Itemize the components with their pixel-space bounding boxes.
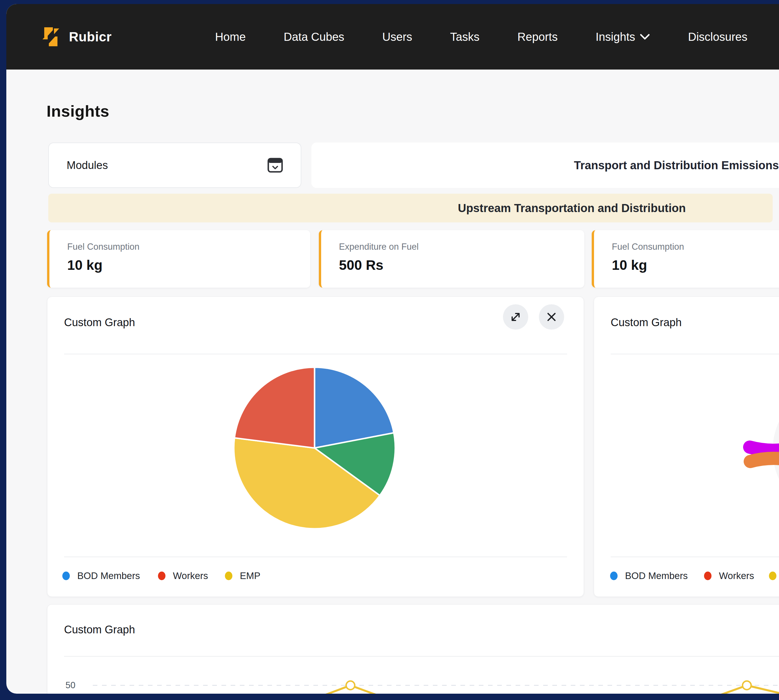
divider: [611, 557, 779, 557]
brand[interactable]: Rubicr: [40, 25, 112, 48]
stat-label: Fuel Consumption: [67, 242, 310, 252]
page-title: Insights: [47, 102, 110, 120]
close-icon: [546, 311, 557, 323]
brand-name: Rubicr: [69, 29, 112, 45]
divider: [64, 557, 567, 557]
stat-label: Expenditure on Fuel: [339, 242, 584, 252]
dropdown-box-icon: [268, 158, 283, 173]
top-navbar: Rubicr Home Data Cubes Users Tasks Repor…: [6, 4, 779, 70]
legend-dot-red: [704, 572, 711, 580]
legend-item[interactable]: Workers: [704, 570, 754, 581]
graph-card-title: Custom Graph: [64, 317, 135, 329]
custom-graph-card-pie: Custom Graph BOD Members: [47, 297, 584, 597]
graph-card-title: Custom Graph: [611, 317, 682, 329]
selected-module-panel[interactable]: Transport and Distribution Emissions: [311, 143, 779, 188]
chevron-down-icon: [640, 33, 650, 40]
nav-item-users[interactable]: Users: [382, 30, 412, 43]
legend-dot-yellow: [769, 572, 776, 580]
stat-value: 10 kg: [67, 257, 310, 273]
custom-graph-card-donut: Custom Graph BOD Members Workers EMP: [594, 297, 779, 597]
stat-card: Fuel Consumption 10 kg: [47, 230, 310, 288]
close-button[interactable]: [539, 304, 564, 330]
submodule-banner: Upstream Transportation and Distribution: [48, 194, 773, 222]
legend-item[interactable]: BOD Members: [610, 570, 687, 581]
nav-item-home[interactable]: Home: [215, 30, 246, 43]
nav-links: Home Data Cubes Users Tasks Reports Insi…: [215, 30, 747, 43]
legend-item[interactable]: EMP: [769, 570, 779, 581]
pie-chart[interactable]: [228, 361, 401, 535]
legend-dot-yellow: [225, 572, 232, 580]
stat-card: Expenditure on Fuel 500 Rs: [319, 230, 584, 288]
nav-item-disclosures[interactable]: Disclosures: [688, 30, 747, 43]
custom-graph-card-line: Custom Graph 50: [47, 604, 779, 694]
donut-chart[interactable]: [594, 357, 779, 553]
nav-item-insights[interactable]: Insights: [596, 30, 650, 43]
rubicr-logo-icon: [40, 25, 62, 48]
modules-label: Modules: [67, 159, 108, 172]
line-chart[interactable]: [47, 605, 779, 694]
selected-module-text: Transport and Distribution Emissions: [574, 143, 779, 188]
divider: [611, 354, 779, 354]
legend-item[interactable]: Workers: [158, 570, 208, 581]
legend-item[interactable]: BOD Members: [62, 570, 140, 581]
legend-dot-blue: [610, 572, 618, 580]
divider: [64, 354, 567, 354]
stat-card: Fuel Consumption 10 kg: [592, 230, 779, 288]
stat-label: Fuel Consumption: [612, 242, 779, 252]
nav-item-data-cubes[interactable]: Data Cubes: [283, 30, 344, 43]
legend-dot-red: [158, 572, 165, 580]
modules-dropdown[interactable]: Modules: [48, 143, 301, 188]
legend-dot-blue: [62, 572, 70, 580]
stat-value: 500 Rs: [339, 257, 584, 273]
app-window: Rubicr Home Data Cubes Users Tasks Repor…: [6, 4, 779, 694]
expand-button[interactable]: [503, 304, 528, 330]
stat-value: 10 kg: [612, 257, 779, 273]
nav-item-reports[interactable]: Reports: [517, 30, 558, 43]
legend-item[interactable]: EMP: [225, 570, 261, 581]
submodule-banner-text: Upstream Transportation and Distribution: [458, 194, 686, 222]
expand-icon: [509, 311, 522, 323]
nav-item-tasks[interactable]: Tasks: [450, 30, 479, 43]
